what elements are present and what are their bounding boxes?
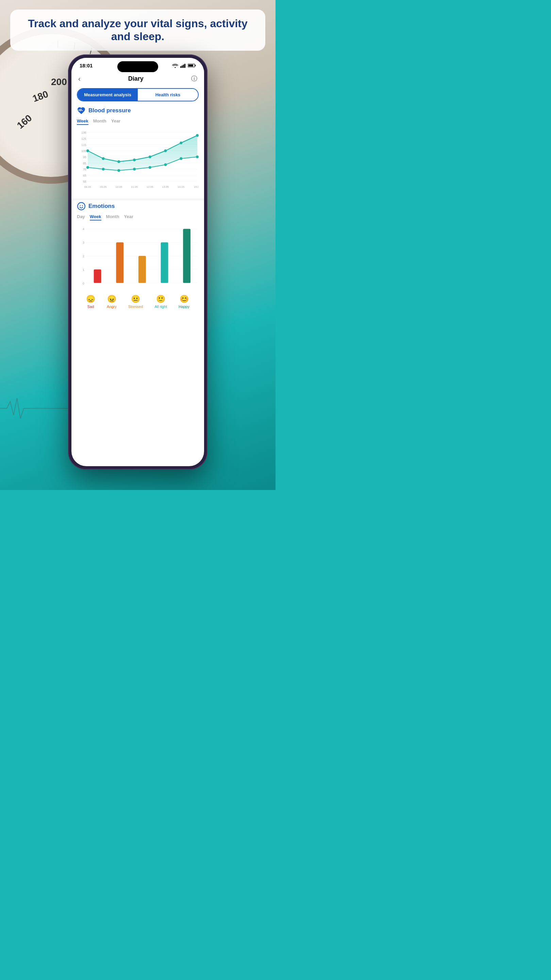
emotions-header: Emotions [77,202,198,211]
svg-point-41 [149,156,151,158]
svg-point-37 [86,150,89,152]
emotion-sad: 😞 Sad [86,295,95,309]
bp-tab-month[interactable]: Month [93,118,106,125]
svg-point-50 [164,163,167,166]
svg-point-48 [133,168,136,170]
svg-text:15.05: 15.05 [194,185,198,189]
battery-icon [188,63,196,68]
smiley-icon [77,202,86,211]
bar-allright [161,242,168,283]
svg-text:65: 65 [83,174,86,177]
stressed-icon: 😐 [131,295,140,304]
bar-happy [183,229,191,283]
svg-rect-11 [180,66,181,68]
signal-icon [180,63,186,68]
emotions-tab-year[interactable]: Year [124,214,133,221]
svg-text:160: 160 [15,113,34,131]
svg-text:10.05: 10.05 [115,185,122,189]
stressed-label: Stressed [128,305,143,309]
sad-label: Sad [87,305,94,309]
svg-point-45 [86,166,89,169]
tab-health-risks[interactable]: Health risks [138,89,198,101]
svg-point-51 [179,157,182,160]
emotion-angry: 😠 Angry [107,295,117,309]
svg-point-39 [118,160,120,163]
diary-title: Diary [128,75,143,82]
svg-point-47 [118,169,120,172]
emotions-tab-week[interactable]: Week [90,214,102,221]
allright-label: All right [154,305,167,309]
emotion-stressed: 😐 Stressed [128,295,143,309]
status-time: 18:01 [79,63,92,68]
emotion-allright: 🙂 All right [154,295,167,309]
info-button[interactable]: ⓘ [191,75,197,83]
svg-text:2: 2 [83,255,84,258]
ecg-decoration [0,395,68,422]
blood-pressure-section: Blood pressure Week Month Year 135 125 [71,106,204,197]
back-button[interactable]: ‹ [78,75,81,83]
svg-text:85: 85 [83,162,86,165]
svg-rect-16 [195,65,195,66]
svg-marker-36 [88,135,197,170]
svg-point-40 [133,159,136,161]
bp-tab-week[interactable]: Week [77,118,89,125]
svg-text:55: 55 [83,180,86,183]
phone-mockup: 18:01 [68,54,208,469]
app-content: ‹ Diary ⓘ Measurement analysis Health ri… [71,71,204,463]
svg-text:75: 75 [83,168,86,171]
bp-header: Blood pressure [77,106,198,115]
emotions-tab-day[interactable]: Day [77,214,85,221]
tab-switcher: Measurement analysis Health risks [77,88,198,102]
angry-icon: 😠 [107,295,116,304]
headline-text: Track and analyze your vital signs, acti… [20,17,256,43]
svg-text:12.05: 12.05 [147,185,153,189]
svg-text:200: 200 [51,76,67,87]
allright-icon: 🙂 [156,295,165,304]
svg-point-63 [82,205,83,206]
angry-label: Angry [107,305,117,309]
svg-point-44 [196,134,198,137]
bp-tab-year[interactable]: Year [111,118,121,125]
svg-text:0: 0 [83,282,84,285]
svg-text:1: 1 [83,268,84,272]
emotion-happy: 😊 Happy [179,295,189,309]
svg-point-46 [102,168,105,170]
svg-rect-12 [182,65,183,68]
svg-text:3: 3 [83,241,84,244]
bp-chart-svg: 135 125 115 105 95 85 75 65 55 [77,128,198,189]
phone-screen: 18:01 [71,58,204,466]
svg-text:08.05: 08.05 [84,185,91,189]
svg-text:13.05: 13.05 [162,185,169,189]
dynamic-island [118,61,158,72]
svg-text:180: 180 [31,89,50,104]
svg-text:4: 4 [83,227,84,231]
svg-text:125: 125 [81,137,86,140]
svg-point-38 [102,157,105,160]
tab-measurement[interactable]: Measurement analysis [78,89,138,101]
svg-point-49 [149,166,151,169]
svg-text:95: 95 [83,156,86,159]
emotions-tab-month[interactable]: Month [106,214,119,221]
happy-label: Happy [179,305,189,309]
svg-text:115: 115 [81,143,86,147]
emotions-chart-svg: 4 3 2 1 0 [77,224,198,295]
section-divider [71,198,204,200]
svg-rect-17 [189,65,193,67]
bar-stressed [138,256,146,283]
svg-rect-14 [184,64,185,68]
sad-icon: 😞 [86,295,95,304]
emotions-section: Emotions Day Week Month Year 4 [71,202,204,314]
bp-period-tabs: Week Month Year [77,118,198,125]
svg-point-62 [79,205,81,206]
happy-icon: 😊 [179,295,189,304]
svg-point-61 [78,202,85,210]
svg-point-52 [196,156,198,158]
nav-bar: ‹ Diary ⓘ [71,71,204,86]
status-icons [172,63,196,68]
svg-text:105: 105 [81,150,86,153]
phone-outer: 18:01 [68,54,208,469]
bp-title: Blood pressure [89,107,131,114]
bar-sad [94,269,102,283]
svg-point-42 [164,150,167,152]
svg-text:14.05: 14.05 [178,185,184,189]
